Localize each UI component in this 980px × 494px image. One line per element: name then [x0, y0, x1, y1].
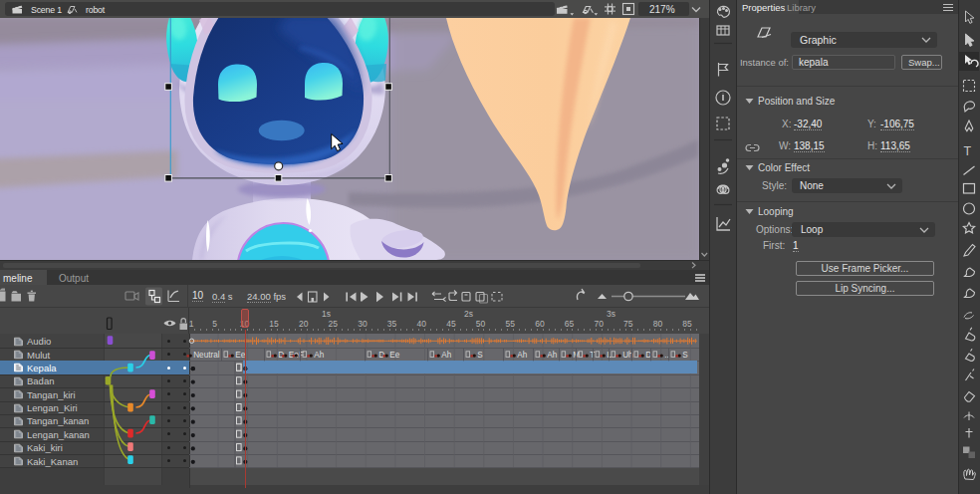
svg-text:Ah: Ah [547, 351, 557, 360]
svg-text:S: S [477, 351, 483, 360]
svg-text:Ee: Ee [389, 351, 399, 360]
svg-text:T: T [590, 351, 595, 360]
svg-text:S: S [682, 351, 688, 360]
svg-text:Ah: Ah [517, 351, 527, 360]
svg-text:Neutral: Neutral [193, 351, 220, 360]
svg-text:Ah: Ah [441, 351, 451, 360]
svg-text:Ah: Ah [314, 351, 324, 360]
svg-text:T: T [964, 144, 972, 158]
